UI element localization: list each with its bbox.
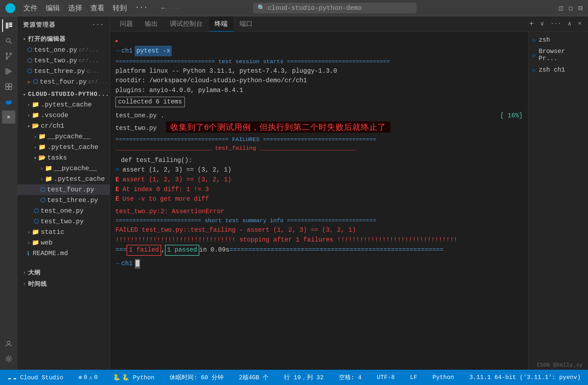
nav-forward[interactable]: → — [174, 4, 178, 12]
tab-ports[interactable]: 端口 — [234, 16, 258, 32]
folder-pytest-cache3[interactable]: › 📁 .pytest_cache — [17, 174, 110, 184]
activity-settings[interactable] — [2, 352, 15, 365]
svg-point-19 — [7, 341, 10, 344]
search-bar[interactable]: 🔍 cloud-studio-python-demo — [253, 3, 416, 13]
window-maximize-icon[interactable]: ◻ — [569, 4, 573, 13]
terminal-name: zsh ch1 — [539, 66, 565, 74]
folder-pytest-cache2[interactable]: › 📁 .pytest_cache — [17, 142, 110, 152]
menu-more[interactable]: ··· — [135, 3, 148, 13]
tab-output[interactable]: 输出 — [139, 16, 163, 32]
test-failing-header: ____________________________ test_failin… — [115, 144, 523, 153]
chevron-down-icon: ▾ — [27, 123, 30, 129]
chevron-right-icon: › — [34, 134, 37, 139]
activity-square[interactable]: ■ — [2, 111, 15, 124]
spaces-label: 空格: 4 — [339, 373, 362, 381]
folder-icon: 📁 — [32, 101, 39, 108]
svg-rect-13 — [9, 84, 12, 86]
folder-cr-ch1[interactable]: ▾ 📂 cr/ch1 — [17, 121, 110, 131]
resources-label: 2核4GB 个 — [239, 373, 269, 381]
split-dropdown-icon[interactable]: ∨ — [538, 19, 546, 29]
tab-issues[interactable]: 问题 — [114, 16, 138, 32]
status-errors[interactable]: ⊗ 0 ⚠ 0 — [76, 370, 100, 385]
activity-account[interactable] — [2, 337, 15, 350]
project-root[interactable]: ▾ CLOUD-STUDIO-PYTHO... — [17, 89, 110, 99]
terminal-arrow-icon: ▷ — [533, 67, 536, 74]
menu-file[interactable]: 文件 — [23, 3, 38, 13]
status-version[interactable]: 3.11.1 64-bit ('3.11.1': pyenv) — [467, 370, 583, 385]
activity-explorer[interactable] — [2, 19, 15, 32]
terminal-zsh-1[interactable]: ▷ zsh — [528, 34, 588, 46]
activity-extensions[interactable] — [2, 80, 15, 93]
activity-run[interactable] — [2, 65, 15, 78]
close-panel-icon[interactable]: × — [576, 19, 584, 28]
status-idle-time[interactable]: 休眠时间: 60 分钟 — [167, 370, 226, 385]
error-count: 0 — [84, 374, 87, 381]
activity-cloud[interactable] — [2, 95, 15, 108]
file-test-two-root[interactable]: ⬡ test_two.py — [17, 216, 110, 227]
activity-search[interactable] — [2, 34, 15, 47]
terminal-zsh-ch1[interactable]: ▷ zsh ch1 — [528, 64, 588, 76]
file-name: test_two.py — [41, 218, 84, 225]
file-readme[interactable]: ℹ README.md — [17, 248, 110, 259]
more-actions-icon[interactable]: ··· — [548, 19, 564, 28]
folder-pycache[interactable]: › 📁 __pycache__ — [17, 131, 110, 142]
folder-static[interactable]: › 📁 static — [17, 227, 110, 237]
terminal-output[interactable]: → ch1 pytest -x ========================… — [110, 32, 528, 370]
menu-goto[interactable]: 转到 — [113, 3, 127, 13]
close-icon[interactable]: ✕ — [27, 79, 30, 85]
file-test-one-root[interactable]: ⬡ test_one.py — [17, 206, 110, 216]
status-spaces[interactable]: 空格: 4 — [337, 370, 364, 385]
status-python[interactable]: 🐍 🐍 Python — [111, 370, 157, 385]
folder-pytest-cache[interactable]: › 📁 .pytest_cache — [17, 99, 110, 110]
menu-edit[interactable]: 编辑 — [46, 3, 60, 13]
status-cloud-studio[interactable]: ☁ ☁ Cloud Studio — [5, 370, 65, 385]
open-file-test-four[interactable]: ✕ ⬡ test_four.py cr/... — [17, 77, 110, 87]
status-resources[interactable]: 2核4GB 个 — [237, 370, 271, 385]
chevron-up-icon[interactable]: ∧ — [566, 19, 574, 29]
menu-select[interactable]: 选择 — [68, 3, 82, 13]
tab-label: 输出 — [145, 19, 158, 28]
activity-source-control[interactable] — [2, 50, 15, 63]
outline-section[interactable]: › 大纲 — [17, 267, 110, 278]
time-suffix: in 0.09s — [199, 245, 229, 255]
window-sidebar-icon[interactable]: ◫ — [559, 4, 563, 13]
svg-rect-14 — [6, 87, 8, 90]
folder-vscode[interactable]: › 📁 .vscode — [17, 110, 110, 121]
tab-terminal[interactable]: 终端 — [209, 16, 233, 32]
menu-view[interactable]: 查看 — [90, 3, 105, 13]
version-label: 3.11.1 64-bit ('3.11.1': pyenv) — [469, 374, 581, 381]
folder-pycache2[interactable]: › 📁 __pycache__ — [17, 163, 110, 174]
app-logo[interactable] — [5, 3, 15, 13]
chevron-right-icon: › — [27, 113, 30, 118]
file-test-four[interactable]: ⬡ test_four.py — [17, 184, 110, 195]
watermark: CSDN @Sally_sy — [537, 362, 583, 368]
new-terminal-button[interactable]: + — [527, 19, 536, 29]
error-line-2: E At index 0 diff: 1 != 3 — [115, 185, 523, 195]
terminal-browser[interactable]: ▷ Browser Pr... — [528, 46, 588, 64]
open-file-test-three[interactable]: ⬡ test_three.py c... — [17, 66, 110, 77]
status-language[interactable]: Python — [430, 370, 456, 385]
open-editors-section[interactable]: ▾ 打开的编辑器 — [17, 33, 110, 45]
timeline-section[interactable]: › 时间线 — [17, 278, 110, 290]
nav-back[interactable]: ← — [161, 4, 166, 12]
file-test-three[interactable]: ⬡ test_three.py — [17, 195, 110, 206]
tab-label: 问题 — [120, 19, 133, 28]
annotation-text: 收集到了6个测试用例，但执行到第二个时失败后就终止了 — [166, 121, 391, 133]
plugins-line: plugins: anyio-4.0.0, pylama-8.4.1 — [115, 86, 523, 96]
folder-tasks[interactable]: ▾ 📂 tasks — [17, 152, 110, 163]
warning-icon: ⚠ — [89, 374, 93, 381]
window-tile-icon[interactable]: ⊟ — [578, 4, 583, 13]
status-encoding[interactable]: UTF-8 — [375, 370, 397, 385]
status-cursor-pos[interactable]: 行 19，列 32 — [282, 370, 326, 385]
file-path: c... — [87, 68, 100, 74]
sidebar-more-icon[interactable]: ··· — [92, 22, 104, 28]
status-eol[interactable]: LF — [408, 370, 419, 385]
folder-name: .pytest_cache — [47, 143, 98, 151]
error-E-1: E — [115, 175, 119, 185]
tab-debug-console[interactable]: 调试控制台 — [164, 16, 208, 32]
open-file-test-two[interactable]: ⬡ test_two.py cr/... — [17, 55, 110, 66]
folder-web[interactable]: › 📁 web — [17, 237, 110, 248]
open-file-test-one[interactable]: ⬡ test_one.py cr/... — [17, 45, 110, 55]
prompt-dir: ch1 — [121, 46, 133, 56]
py-icon: ⬡ — [27, 57, 32, 64]
